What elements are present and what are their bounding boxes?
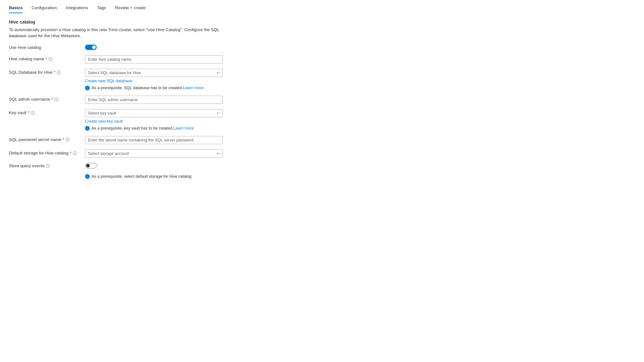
select-placeholder: Select storage account bbox=[88, 151, 129, 156]
tab-tags[interactable]: Tags bbox=[97, 5, 106, 13]
hive-catalog-name-label: Hive catalog name * i bbox=[9, 55, 85, 61]
toggle-knob bbox=[86, 164, 90, 167]
info-icon[interactable]: i bbox=[57, 71, 61, 74]
info-text: As a prerequisite, key vault has to be c… bbox=[92, 126, 173, 130]
info-icon[interactable]: i bbox=[31, 111, 35, 115]
label-text: SQL Database for Hive bbox=[9, 70, 52, 75]
key-vault-label: Key vault * i bbox=[9, 109, 85, 115]
store-query-events-toggle[interactable] bbox=[85, 163, 97, 168]
info-text: As a prerequisite, select default storag… bbox=[92, 174, 192, 179]
info-icon[interactable]: i bbox=[46, 164, 50, 168]
store-query-events-label: Store query events i bbox=[9, 163, 85, 168]
required-asterisk: * bbox=[28, 110, 29, 115]
info-icon[interactable]: i bbox=[73, 151, 77, 155]
default-storage-label: Default storage for Hive catalog * i bbox=[9, 149, 85, 155]
learn-more-link[interactable]: Learn more bbox=[173, 126, 194, 130]
sql-admin-username-input[interactable] bbox=[85, 96, 223, 104]
tabs-bar: Basics Configuration Integrations Tags R… bbox=[9, 5, 635, 13]
store-query-events-info: i As a prerequisite, select default stor… bbox=[85, 174, 223, 179]
info-icon[interactable]: i bbox=[54, 97, 58, 101]
required-asterisk: * bbox=[46, 57, 47, 61]
default-storage-select[interactable]: Select storage account bbox=[85, 149, 223, 157]
sql-database-label: SQL Database for Hive * i bbox=[9, 69, 85, 75]
label-text: Hive catalog name bbox=[9, 57, 44, 61]
required-asterisk: * bbox=[63, 137, 64, 142]
chevron-down-icon bbox=[216, 152, 220, 155]
learn-more-link[interactable]: Learn more bbox=[183, 86, 204, 90]
create-sql-database-link[interactable]: Create new SQL database bbox=[85, 79, 132, 83]
chevron-down-icon bbox=[216, 71, 220, 74]
tab-integrations[interactable]: Integrations bbox=[66, 5, 88, 13]
sql-database-select[interactable]: Select SQL database for Hive bbox=[85, 69, 223, 77]
label-text: SQL password secret name bbox=[9, 137, 61, 142]
select-placeholder: Select SQL database for Hive bbox=[88, 71, 141, 75]
sql-database-info: i As a prerequisite, SQL database has to… bbox=[85, 86, 223, 90]
info-badge-icon: i bbox=[85, 126, 90, 131]
label-text: Use Hive catalog bbox=[9, 45, 41, 50]
required-asterisk: * bbox=[54, 70, 56, 75]
tab-configuration[interactable]: Configuration bbox=[32, 5, 57, 13]
use-hive-catalog-toggle[interactable] bbox=[85, 45, 97, 50]
create-key-vault-link[interactable]: Create new key vault bbox=[85, 119, 122, 124]
label-text: SQL admin username bbox=[9, 97, 50, 102]
hive-catalog-name-input[interactable] bbox=[85, 55, 223, 63]
info-icon[interactable]: i bbox=[48, 57, 52, 61]
label-text: Default storage for Hive catalog bbox=[9, 151, 68, 155]
sql-password-secret-label: SQL password secret name * i bbox=[9, 136, 85, 142]
info-badge-icon: i bbox=[85, 86, 90, 90]
sql-admin-username-label: SQL admin username * i bbox=[9, 96, 85, 102]
info-text: As a prerequisite, SQL database has to b… bbox=[92, 86, 183, 90]
key-vault-select[interactable]: Select key vault bbox=[85, 109, 223, 117]
key-vault-info: i As a prerequisite, key vault has to be… bbox=[85, 126, 223, 131]
section-description: To automatically provision a Hive catalo… bbox=[9, 27, 219, 39]
use-hive-catalog-label: Use Hive catalog bbox=[9, 45, 85, 50]
tab-basics[interactable]: Basics bbox=[9, 5, 22, 13]
sql-password-secret-input[interactable] bbox=[85, 136, 223, 144]
required-asterisk: * bbox=[70, 151, 72, 155]
toggle-knob bbox=[92, 46, 96, 49]
section-title: Hive catalog bbox=[9, 20, 635, 25]
label-text: Key vault bbox=[9, 110, 26, 115]
select-placeholder: Select key vault bbox=[88, 111, 116, 116]
chevron-down-icon bbox=[216, 112, 220, 115]
required-asterisk: * bbox=[52, 97, 53, 102]
label-text: Store query events bbox=[9, 163, 44, 168]
info-badge-icon: i bbox=[85, 174, 90, 179]
tab-review-create[interactable]: Review + create bbox=[115, 5, 146, 13]
info-icon[interactable]: i bbox=[66, 138, 69, 142]
